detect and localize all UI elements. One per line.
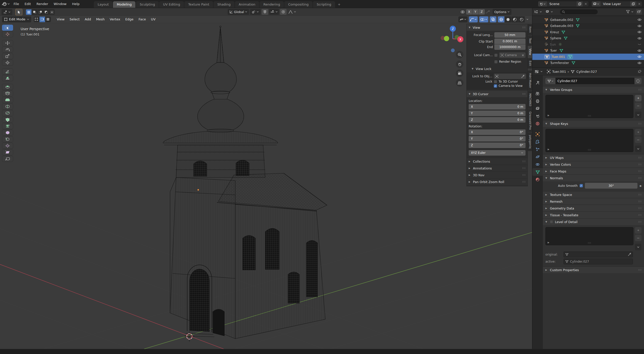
expander-icon[interactable]: ▶ [546,43,548,46]
expander-icon[interactable]: ▶ [546,18,548,21]
outliner-row[interactable]: ▶Sphere [532,35,644,42]
panel-pan-orbit-zoom-roll-header[interactable]: ▶Pan Orbit Zoom Roll [467,178,528,185]
tab-tool[interactable] [532,79,543,87]
menu-edit[interactable]: Edit [22,1,34,7]
panel-remesh-header[interactable]: ▶Remesh [543,198,644,205]
transform-orientation-selector[interactable]: Global [228,9,249,15]
menu-render[interactable]: Render [34,1,51,7]
cursor-location-z[interactable]: Z0 m [469,117,526,123]
select-intersect-button[interactable] [49,9,55,15]
tool-measure[interactable] [2,75,13,81]
menu-view[interactable]: View [54,16,67,22]
proportional-falloff-selector[interactable] [288,9,297,15]
menu-face[interactable]: Face [136,16,148,22]
panel-normals-header[interactable]: ▼Normals [543,174,644,181]
cursor-rotation-y[interactable]: Y0° [469,136,526,141]
panel-uv-maps-header[interactable]: ▶UV Maps [543,154,644,161]
sidebar-tab-hdri-maker[interactable]: Hdri Maker [528,70,532,91]
tool-cursor[interactable] [2,31,13,37]
scene-name[interactable]: Scene [547,2,577,6]
tab-particles[interactable] [532,146,543,153]
drag-grip-icon[interactable] [522,26,526,28]
tab-rendering[interactable]: Rendering [260,1,284,8]
local-camera-field[interactable]: Camera [499,52,526,58]
panel-level-of-detail-header[interactable]: ▼Level of Detail [543,218,644,225]
tab-modeling[interactable]: Modeling [113,1,135,8]
lock-to-object-field[interactable] [494,74,526,79]
menu-help[interactable]: Help [69,1,83,7]
sidebar-tab-item[interactable]: Item [528,24,532,35]
eye-icon[interactable] [637,25,641,27]
viewport-3d[interactable]: Edit Mode View Select Add Mesh Vertex Ed… [0,16,532,349]
tool-poly-build[interactable] [2,117,13,123]
eye-icon[interactable] [637,37,641,40]
remove-lod-button[interactable]: − [635,235,641,241]
panel-view-lock-header[interactable]: ▼View Lock [467,66,528,72]
drag-grip-icon[interactable] [638,157,641,159]
remove-vertex-group-button[interactable]: − [635,102,641,109]
camera-view-button[interactable] [456,69,463,77]
eye-closed-icon[interactable] [637,43,641,46]
tool-shear[interactable] [2,149,13,155]
drag-grip-icon[interactable] [638,214,641,216]
new-collection-button[interactable] [636,9,642,15]
shape-keys-list[interactable]: ▶ [545,129,633,152]
tool-tweak-select-box[interactable] [2,25,13,31]
drag-grip-icon[interactable] [522,93,526,95]
tool-edge-slide[interactable] [2,136,13,142]
tool-inset-faces[interactable] [2,90,13,96]
drag-grip-icon[interactable] [638,221,641,223]
zoom-button[interactable] [456,51,463,58]
blender-logo-icon[interactable] [2,1,7,7]
tab-output[interactable] [532,97,543,105]
chevron-down-icon[interactable] [551,11,553,13]
eye-icon[interactable] [637,62,641,64]
expander-icon[interactable]: ▶ [546,31,548,33]
panel-annotations-header[interactable]: ▶Annotations [467,165,528,171]
pan-hand-button[interactable] [456,60,463,68]
tool-bevel[interactable] [2,97,13,103]
toggle-xray-button[interactable] [490,16,496,22]
auto-smooth-angle-slider[interactable]: 30° [585,183,637,189]
tab-scripting[interactable]: Scripting [313,1,335,8]
tool-knife[interactable] [2,110,13,116]
snap-settings-selector[interactable] [269,9,279,15]
menu-window[interactable]: Window [51,1,69,7]
proportional-editing-button[interactable] [280,9,287,15]
show-gizmo-dropdown[interactable] [469,16,478,22]
outliner-row[interactable]: ▶Sun [532,41,644,48]
lock-3d-cursor-checkbox[interactable] [494,80,497,83]
eye-icon[interactable] [637,55,641,58]
remove-shape-key-button[interactable]: − [635,136,641,143]
expander-icon[interactable]: ▶ [546,62,548,64]
eye-icon[interactable] [637,49,641,52]
vertex-groups-list[interactable]: ▶ [545,95,633,118]
drag-grip-icon[interactable] [522,174,526,176]
mirror-z-toggle[interactable]: Z [479,9,485,15]
mesh-name-field[interactable]: Cylinder.027 [545,78,641,84]
expander-icon[interactable]: ▶ [546,55,548,58]
outliner-editor-icon[interactable] [534,10,538,13]
material-preview-button[interactable] [511,16,518,22]
level-of-detail-checkbox[interactable] [550,220,553,223]
select-subtract-button[interactable] [37,9,43,15]
focal-length-field[interactable]: 50 mm [494,32,526,38]
new-scene-button[interactable] [577,1,583,7]
tab-render[interactable] [532,90,543,97]
drag-grip-icon[interactable] [638,269,641,271]
expander-icon[interactable]: ▶ [546,37,548,40]
remove-view-layer-button[interactable] [636,1,642,7]
lod-specials-button[interactable] [635,244,641,250]
show-object-types-dropdown[interactable] [458,16,467,22]
wireframe-church-model[interactable] [163,26,327,339]
mirror-x-toggle[interactable]: X [466,9,472,15]
render-region-checkbox[interactable] [494,60,498,63]
tab-view-layer[interactable] [532,105,543,112]
panel-custom-properties-header[interactable]: ▶Custom Properties [543,266,644,273]
menu-vertex[interactable]: Vertex [107,16,123,22]
tab-object[interactable] [532,130,543,138]
tab-constraints[interactable] [532,161,543,168]
toggle-per​spective-button[interactable] [456,79,463,87]
panel-shape-keys-header[interactable]: ▼Shape Keys [543,120,644,127]
shape-key-specials-button[interactable] [635,146,641,152]
